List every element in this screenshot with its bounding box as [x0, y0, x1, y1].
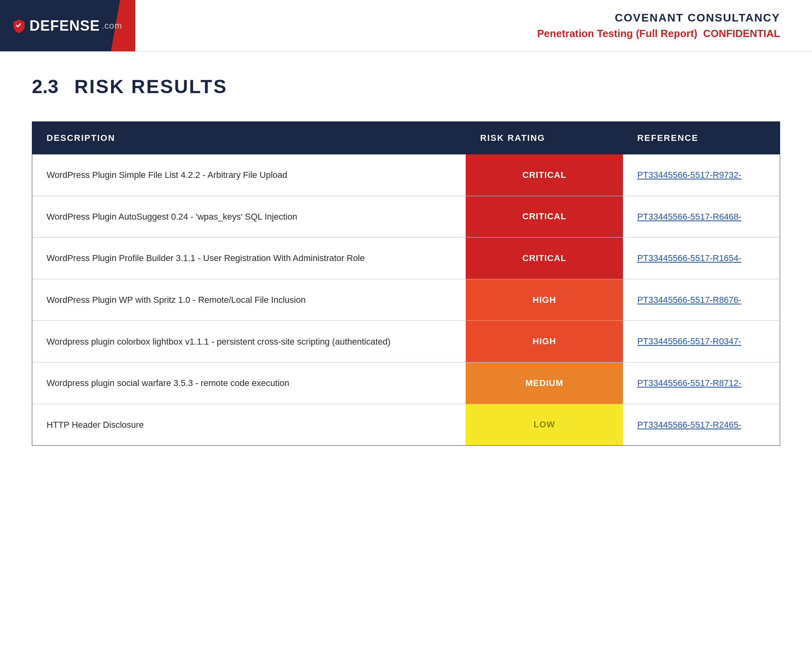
reference-link[interactable]: PT33445566-5517-R2465-: [637, 420, 742, 430]
section-title: RISK RESULTS: [74, 76, 227, 97]
table-row: WordPress Plugin Profile Builder 3.1.1 -…: [32, 238, 780, 279]
reference-link[interactable]: PT33445566-5517-R0347-: [637, 336, 742, 346]
cell-risk-rating: CRITICAL: [466, 238, 623, 279]
table-row: HTTP Header DisclosureLOWPT33445566-5517…: [32, 404, 780, 446]
section-header: 2.3 RISK RESULTS: [32, 76, 780, 97]
cell-risk-rating: HIGH: [466, 321, 623, 363]
table-body: WordPress Plugin Simple File List 4.2.2 …: [32, 154, 780, 446]
cell-reference: PT33445566-5517-R8676-: [623, 279, 780, 321]
col-header-reference: REFERENCE: [623, 122, 780, 155]
table-row: WordPress Plugin Simple File List 4.2.2 …: [32, 154, 780, 196]
col-header-risk-rating: RISK RATING: [466, 122, 623, 155]
cell-reference: PT33445566-5517-R1654-: [623, 238, 780, 279]
table-row: Wordpress plugin social warfare 3.5.3 - …: [32, 362, 780, 404]
report-subtitle: Penetration Testing (Full Report) CONFID…: [537, 27, 780, 40]
logo: DEFENSE.com: [12, 18, 122, 34]
reference-link[interactable]: PT33445566-5517-R9732-: [637, 170, 742, 180]
cell-description: WordPress Plugin WP with Spritz 1.0 - Re…: [32, 279, 466, 321]
reference-link[interactable]: PT33445566-5517-R8676-: [637, 295, 742, 305]
section-number: 2.3: [32, 76, 59, 97]
table-row: WordPress Plugin AutoSuggest 0.24 - 'wpa…: [32, 196, 780, 238]
cell-description: HTTP Header Disclosure: [32, 404, 466, 446]
main-content: 2.3 RISK RESULTS DESCRIPTION RISK RATING…: [0, 52, 812, 470]
logo-section: DEFENSE.com: [0, 0, 135, 51]
company-name: COVENANT CONSULTANCY: [615, 12, 780, 24]
table-header: DESCRIPTION RISK RATING REFERENCE: [32, 122, 780, 155]
cell-description: Wordpress plugin social warfare 3.5.3 - …: [32, 362, 466, 404]
cell-risk-rating: LOW: [466, 404, 623, 446]
cell-description: WordPress Plugin Simple File List 4.2.2 …: [32, 154, 466, 196]
cell-reference: PT33445566-5517-R9732-: [623, 154, 780, 196]
table-row: WordPress Plugin WP with Spritz 1.0 - Re…: [32, 279, 780, 321]
shield-icon: [12, 19, 26, 33]
reference-link[interactable]: PT33445566-5517-R1654-: [637, 253, 742, 263]
table-row: Wordpress plugin colorbox lightbox v1.1.…: [32, 321, 780, 363]
reference-link[interactable]: PT33445566-5517-R8712-: [637, 378, 742, 388]
cell-description: WordPress Plugin AutoSuggest 0.24 - 'wpa…: [32, 196, 466, 238]
table-header-row: DESCRIPTION RISK RATING REFERENCE: [32, 122, 780, 155]
confidential-label: CONFIDENTIAL: [703, 27, 780, 39]
cell-risk-rating: MEDIUM: [466, 362, 623, 404]
cell-risk-rating: CRITICAL: [466, 196, 623, 238]
cell-reference: PT33445566-5517-R8712-: [623, 362, 780, 404]
cell-description: WordPress Plugin Profile Builder 3.1.1 -…: [32, 238, 466, 279]
cell-reference: PT33445566-5517-R2465-: [623, 404, 780, 446]
risk-results-table: DESCRIPTION RISK RATING REFERENCE WordPr…: [32, 121, 780, 446]
logo-main-text: DEFENSE: [29, 18, 100, 34]
page-header: DEFENSE.com COVENANT CONSULTANCY Penetra…: [0, 0, 812, 52]
cell-risk-rating: HIGH: [466, 279, 623, 321]
cell-reference: PT33445566-5517-R6468-: [623, 196, 780, 238]
reference-link[interactable]: PT33445566-5517-R6468-: [637, 212, 742, 222]
report-type: Penetration Testing (Full Report): [537, 27, 697, 39]
logo-com-text: .com: [102, 21, 122, 31]
header-right: COVENANT CONSULTANCY Penetration Testing…: [135, 0, 812, 51]
cell-risk-rating: CRITICAL: [466, 154, 623, 196]
cell-description: Wordpress plugin colorbox lightbox v1.1.…: [32, 321, 466, 363]
col-header-description: DESCRIPTION: [32, 122, 466, 155]
cell-reference: PT33445566-5517-R0347-: [623, 321, 780, 363]
